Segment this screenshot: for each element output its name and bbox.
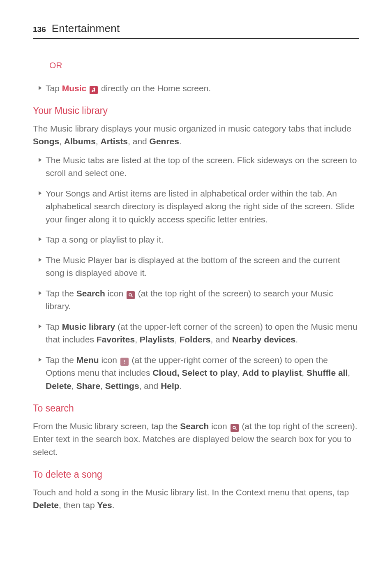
text-fragment: . xyxy=(179,136,182,146)
triangle-bullet-icon xyxy=(39,237,42,241)
text-fragment: , and xyxy=(128,136,150,146)
svg-point-0 xyxy=(129,294,131,296)
triangle-bullet-icon xyxy=(39,291,42,295)
page-number: 136 xyxy=(33,24,46,36)
triangle-bullet-icon xyxy=(39,191,42,195)
text-fragment: icon xyxy=(99,355,120,365)
text-fragment: directly on the Home screen. xyxy=(101,83,211,93)
settings-label: Settings xyxy=(105,381,139,391)
list-item: Tap Music directly on the Home screen. xyxy=(39,82,359,95)
triangle-bullet-icon xyxy=(39,86,42,90)
text-fragment: . xyxy=(112,500,115,510)
text-fragment: , and xyxy=(211,335,233,344)
songs-label: Songs xyxy=(33,136,59,146)
text-fragment: The Music library displays your music or… xyxy=(33,124,351,133)
text-fragment: , xyxy=(175,335,180,344)
text-fragment: icon xyxy=(209,421,229,431)
bullet-text: Tap a song or playlist to play it. xyxy=(46,233,359,246)
more-menu-icon xyxy=(120,358,129,366)
list-item: Your Songs and Artist items are listed i… xyxy=(39,187,359,226)
text-fragment: , xyxy=(348,368,350,377)
or-label: OR xyxy=(49,59,359,72)
text-fragment: Tap xyxy=(46,83,62,93)
bullet-text: Tap Music library (at the upper-left cor… xyxy=(46,320,359,346)
bullet-text: The Music tabs are listed at the top of … xyxy=(46,154,359,180)
genres-label: Genres xyxy=(150,136,179,146)
bullet-text: Tap Music directly on the Home screen. xyxy=(46,82,359,95)
triangle-bullet-icon xyxy=(39,358,42,362)
list-item: The Music Player bar is displayed at the… xyxy=(39,254,359,280)
svg-line-6 xyxy=(235,428,236,430)
paragraph: Touch and hold a song in the Music libra… xyxy=(33,486,359,512)
heading-music-library: Your Music library xyxy=(33,104,359,118)
delete-label: Delete xyxy=(46,381,71,391)
list-item: Tap a song or playlist to play it. xyxy=(39,233,359,246)
page-header: 136 Entertainment xyxy=(33,21,359,39)
list-item: Tap the Menu icon (at the upper-right co… xyxy=(39,354,359,393)
section-title: Entertainment xyxy=(52,21,120,37)
svg-point-2 xyxy=(124,360,125,361)
text-fragment: , xyxy=(96,136,101,146)
svg-line-1 xyxy=(131,296,132,297)
svg-point-5 xyxy=(233,426,235,429)
bullet-text: The Music Player bar is displayed at the… xyxy=(46,254,359,280)
text-fragment: , xyxy=(59,136,64,146)
text-fragment: , xyxy=(71,381,76,391)
text-fragment: From the Music library screen, tap the xyxy=(33,421,180,431)
search-icon xyxy=(127,291,135,299)
text-fragment: , and xyxy=(139,381,161,391)
triangle-bullet-icon xyxy=(39,258,42,262)
paragraph: From the Music library screen, tap the S… xyxy=(33,420,359,459)
triangle-bullet-icon xyxy=(39,158,42,162)
text-fragment: . xyxy=(295,335,298,344)
text-fragment: , xyxy=(302,368,307,377)
share-label: Share xyxy=(76,381,100,391)
cloud-select-label: Cloud, Select to play xyxy=(152,368,238,377)
music-label: Music xyxy=(62,83,87,93)
yes-label: Yes xyxy=(97,500,112,510)
triangle-bullet-icon xyxy=(39,324,42,328)
text-fragment: , then tap xyxy=(59,500,97,510)
text-fragment: icon xyxy=(105,289,126,298)
music-library-label: Music library xyxy=(62,322,115,331)
albums-label: Albums xyxy=(64,136,96,146)
list-item: Tap Music library (at the upper-left cor… xyxy=(39,320,359,346)
list-item: Tap the Search icon (at the top right of… xyxy=(39,287,359,313)
list-item: The Music tabs are listed at the top of … xyxy=(39,154,359,180)
paragraph: The Music library displays your music or… xyxy=(33,122,359,148)
favorites-label: Favorites xyxy=(97,335,135,344)
music-note-icon xyxy=(90,86,98,94)
text-fragment: Tap xyxy=(46,322,62,331)
svg-point-4 xyxy=(124,363,125,363)
nearby-devices-label: Nearby devices xyxy=(232,335,295,344)
search-icon xyxy=(231,424,239,432)
text-fragment: . xyxy=(180,381,182,391)
bullet-list: The Music tabs are listed at the top of … xyxy=(33,154,359,393)
text-fragment: Touch and hold a song in the Music libra… xyxy=(33,488,349,497)
menu-label: Menu xyxy=(76,355,99,365)
heading-to-delete: To delete a song xyxy=(33,467,359,482)
text-fragment: Tap the xyxy=(46,289,76,298)
text-fragment: , xyxy=(135,335,140,344)
search-label: Search xyxy=(76,289,105,298)
artists-label: Artists xyxy=(101,136,128,146)
delete-label: Delete xyxy=(33,500,59,510)
bullet-text: Tap the Menu icon (at the upper-right co… xyxy=(46,354,359,393)
text-fragment: , xyxy=(238,368,242,377)
heading-to-search: To search xyxy=(33,401,359,416)
shuffle-all-label: Shuffle all xyxy=(307,368,348,377)
bullet-text: Tap the Search icon (at the top right of… xyxy=(46,287,359,313)
add-to-playlist-label: Add to playlist xyxy=(242,368,302,377)
svg-point-3 xyxy=(124,361,125,362)
bullet-text: Your Songs and Artist items are listed i… xyxy=(46,187,359,226)
folders-label: Folders xyxy=(180,335,211,344)
help-label: Help xyxy=(161,381,180,391)
text-fragment: , xyxy=(100,381,105,391)
text-fragment: Tap the xyxy=(46,355,76,365)
playlists-label: Playlists xyxy=(140,335,175,344)
search-label: Search xyxy=(180,421,209,431)
